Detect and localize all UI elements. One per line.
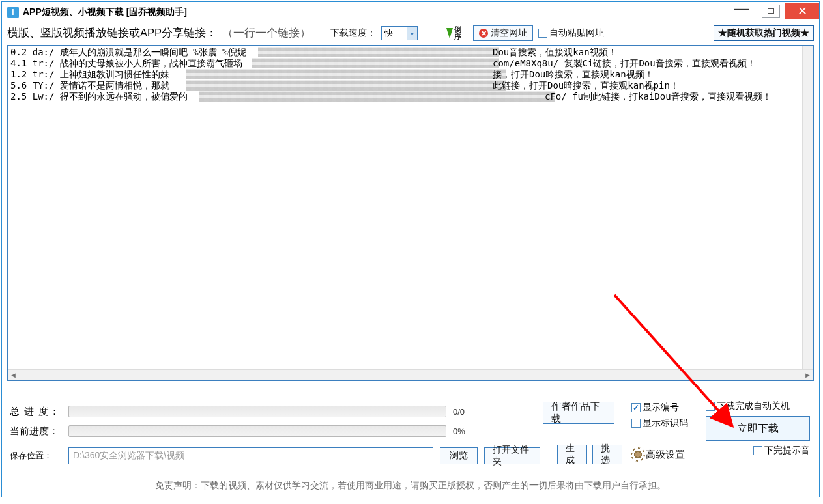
checkbox-icon [753,446,762,455]
save-path-value: D:\360安全浏览器下载\视频 [73,450,184,462]
censored-region [252,58,499,68]
checkbox-icon [538,29,547,38]
line-right: 此链接，打开Dou暗搜索，直接观kan视pin！ [493,80,679,91]
titlebar-left: i APP短视频、小视频下载 [固乔视频助手] [7,7,187,18]
save-location-row: 保存位置： D:\360安全浏览器下载\视频 浏览 打开文件夹 [10,447,540,464]
close-icon: ✕ [479,29,488,38]
speed-value: 快 [384,27,393,39]
censored-region [186,69,506,79]
random-hot-video-button[interactable]: ★随机获取热门视频★ [714,25,814,41]
checkbox-icon [706,402,715,411]
vertical-scrollbar[interactable] [802,46,813,369]
advanced-settings-link[interactable]: 高级设置 [633,449,685,461]
line-left: 1.2 tr:/ 上神姐姐教训习惯任性的妹 [10,69,169,80]
line-right: cFo/ fu制此链接，打kaiDou音搜索，直接观看视频！ [545,91,772,102]
advanced-label: 高级设置 [646,449,685,461]
line-right: Dou音搜索，值接观kan视频！ [493,47,617,58]
scroll-left-icon[interactable]: ◄ [8,370,19,381]
save-path-input[interactable]: D:\360安全浏览器下载\视频 [68,447,433,464]
horizontal-scrollbar[interactable]: ◄ ► [8,369,813,380]
generate-button[interactable]: 生成 [557,445,587,464]
window-controls: — ✕ [727,3,819,21]
url-label: 横版、竖版视频播放链接或APP分享链接： [7,26,217,40]
app-icon: i [7,7,19,18]
auto-shutdown-checkbox[interactable]: 下载完成自动关机 [706,400,790,412]
disclaimer-text: 免责声明：下载的视频、素材仅供学习交流，若使用商业用途，请购买正版授权，否则产生… [2,480,819,492]
progress-section: 总 进 度： 0/0 当前进度： 0% [10,402,479,441]
checkbox-icon [631,419,641,428]
show-index-label: 显示编号 [643,402,679,413]
list-item: 1.2 tr:/ 上神姐姐教训习惯任性的妹 接，打开Dou吟搜索，直接观kan视… [10,69,811,80]
pick-button[interactable]: 挑选 [592,445,622,464]
current-progress-label: 当前进度： [10,425,62,438]
list-item: 0.2 da:/ 成年人的崩溃就是那么一瞬间吧 %张震 %倪妮 Dou音搜索，值… [10,47,811,58]
current-progress-value: 0% [453,427,479,436]
done-sound-checkbox[interactable]: 下完提示音 [753,445,810,456]
gen-row: 生成 挑选 高级设置 [557,445,685,464]
line-left: 2.5 Lw:/ 得不到的永远在骚动，被偏爱的 [10,91,188,102]
scroll-right-icon[interactable]: ► [802,370,813,381]
censored-region [258,47,499,57]
titlebar: i APP短视频、小视频下载 [固乔视频助手] — ✕ [2,2,819,23]
list-item: 2.5 Lw:/ 得不到的永远在骚动，被偏爱的 cFo/ fu制此链接，打kai… [10,91,811,102]
url-textarea[interactable]: 0.2 da:/ 成年人的崩溃就是那么一瞬间吧 %张震 %倪妮 Dou音搜索，值… [7,45,814,381]
current-progress-bar [68,425,446,437]
url-hint: （一行一个链接） [222,26,311,40]
maximize-button[interactable] [762,5,780,18]
list-item: 5.6 TY:/ 爱情诺不是两情相悦，那就 此链接，打开Dou暗搜索，直接观ka… [10,80,811,91]
speed-select[interactable]: 快 ▾ [381,26,418,40]
clear-urls-button[interactable]: ✕ 清空网址 [473,25,533,41]
save-location-label: 保存位置： [10,450,62,462]
url-content: 0.2 da:/ 成年人的崩溃就是那么一瞬间吧 %张震 %倪妮 Dou音搜索，值… [8,46,813,104]
random-hot-label: ★随机获取热门视频★ [718,27,809,39]
auto-paste-label: 自动粘贴网址 [549,27,604,39]
clear-urls-label: 清空网址 [491,27,527,39]
gear-icon [633,449,643,460]
chevron-down-icon: ▾ [407,27,417,40]
right-column: 下载完成自动关机 立即下载 下完提示音 [706,400,810,456]
display-options: 显示编号 显示标识码 [631,402,688,429]
total-progress-label: 总 进 度： [10,406,62,418]
reverse-order-button[interactable]: 倒 序 [446,26,461,40]
author-works-download-button[interactable]: 作者作品下载 [543,402,614,424]
speed-label: 下载速度： [330,27,376,39]
close-button[interactable]: ✕ [785,3,819,19]
open-folder-button[interactable]: 打开文件夹 [484,447,540,464]
line-left: 0.2 da:/ 成年人的崩溃就是那么一瞬间吧 %张震 %倪妮 [10,47,246,58]
window-title: APP短视频、小视频下载 [固乔视频助手] [23,7,187,18]
censored-region [199,91,555,102]
toolbar: 横版、竖版视频播放链接或APP分享链接： （一行一个链接） 下载速度： 快 ▾ … [2,23,819,45]
line-left: 4.1 tr:/ 战神的丈母娘被小人所害，战神直接霸气砸场 [10,58,242,69]
mid-buttons: 作者作品下载 [543,402,614,424]
total-progress-bar [68,406,446,417]
show-code-checkbox[interactable]: 显示标识码 [631,417,688,429]
browse-button[interactable]: 浏览 [440,447,478,464]
app-window: i APP短视频、小视频下载 [固乔视频助手] — ✕ 横版、竖版视频播放链接或… [1,1,820,497]
total-progress-value: 0/0 [453,407,479,417]
line-right: 接，打开Dou吟搜索，直接观kan视频！ [493,69,654,80]
line-right: com/eM8Xq8u/ 复製Ci链接，打开Dou音搜索，直接观看视频！ [493,58,756,69]
line-left: 5.6 TY:/ 爱情诺不是两情相悦，那就 [10,80,169,91]
download-now-button[interactable]: 立即下载 [706,416,810,441]
censored-region [186,80,506,91]
minimize-button[interactable]: — [727,3,757,19]
list-item: 4.1 tr:/ 战神的丈母娘被小人所害，战神直接霸气砸场 com/eM8Xq8… [10,58,811,69]
show-code-label: 显示标识码 [643,417,688,429]
auto-shutdown-label: 下载完成自动关机 [717,400,790,412]
show-index-checkbox[interactable]: 显示编号 [631,402,688,413]
arrow-down-icon [446,28,453,38]
checkbox-icon [631,403,641,412]
done-sound-label: 下完提示音 [764,445,810,456]
reverse-char-2: 序 [454,33,461,40]
auto-paste-checkbox[interactable]: 自动粘贴网址 [538,27,604,39]
